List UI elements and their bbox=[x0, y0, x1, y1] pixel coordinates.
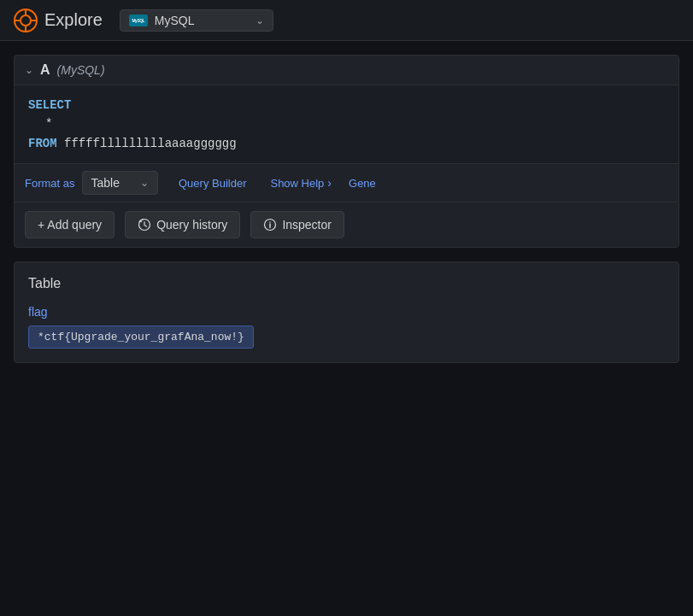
results-title: Table bbox=[28, 276, 665, 291]
main-content: ⌄ A (MySQL) SELECT * FROM ffffflllllllll… bbox=[0, 41, 693, 377]
app-header: Explore MySQL MySQL ⌄ bbox=[0, 0, 693, 41]
from-line: FROM ffffflllllllllaaaagggggg bbox=[28, 137, 237, 150]
datasource-name: MySQL bbox=[155, 14, 195, 27]
select-star: * bbox=[28, 114, 665, 133]
format-chevron-icon: ⌄ bbox=[140, 177, 149, 189]
format-value: Table bbox=[91, 176, 120, 190]
query-panel: ⌄ A (MySQL) SELECT * FROM ffffflllllllll… bbox=[14, 55, 679, 248]
datasource-selector-left: MySQL MySQL bbox=[129, 14, 195, 27]
add-query-label: + Add query bbox=[38, 218, 102, 232]
column-name: flag bbox=[28, 305, 665, 319]
query-history-icon bbox=[138, 218, 151, 232]
svg-point-9 bbox=[270, 221, 272, 223]
add-query-button[interactable]: + Add query bbox=[25, 211, 115, 238]
mysql-logo-icon: MySQL bbox=[129, 15, 148, 26]
app-title: Explore bbox=[44, 10, 103, 30]
show-help-label: Show Help bbox=[270, 177, 324, 190]
inspector-button[interactable]: Inspector bbox=[250, 211, 344, 238]
cell-value: *ctf{Upgrade_your_grafAna_now!} bbox=[28, 326, 254, 349]
results-panel: Table flag *ctf{Upgrade_your_grafAna_now… bbox=[14, 261, 679, 363]
table-name: ffffflllllllllaaaagggggg bbox=[64, 137, 237, 150]
query-history-label: Query history bbox=[156, 218, 227, 232]
query-history-button[interactable]: Query history bbox=[125, 211, 240, 238]
code-editor[interactable]: SELECT * FROM ffffflllllllllaaaagggggg bbox=[15, 85, 678, 164]
format-as-label: Format as bbox=[25, 177, 75, 190]
action-row: + Add query Query history bbox=[15, 202, 678, 247]
show-help-arrow-icon: › bbox=[327, 176, 332, 190]
explore-logo-icon bbox=[14, 9, 38, 32]
datasource-selector[interactable]: MySQL MySQL ⌄ bbox=[120, 9, 273, 32]
query-builder-button[interactable]: Query Builder bbox=[168, 173, 256, 194]
inspector-label: Inspector bbox=[282, 218, 332, 232]
from-keyword: FROM bbox=[28, 137, 57, 150]
format-select[interactable]: Table ⌄ bbox=[82, 171, 158, 195]
query-panel-header: ⌄ A (MySQL) bbox=[15, 56, 678, 85]
toolbar-row: Format as Table ⌄ Query Builder Show Hel… bbox=[15, 164, 678, 202]
collapse-button[interactable]: ⌄ bbox=[25, 64, 33, 76]
query-datasource-label: (MySQL) bbox=[57, 63, 105, 77]
chevron-down-icon: ⌄ bbox=[255, 15, 264, 26]
query-label: A bbox=[40, 62, 50, 78]
select-keyword: SELECT bbox=[28, 98, 71, 112]
show-help-button[interactable]: Show Help › bbox=[260, 172, 342, 194]
generate-button[interactable]: Gene bbox=[342, 173, 383, 194]
inspector-icon bbox=[263, 218, 277, 232]
svg-point-1 bbox=[21, 15, 31, 26]
